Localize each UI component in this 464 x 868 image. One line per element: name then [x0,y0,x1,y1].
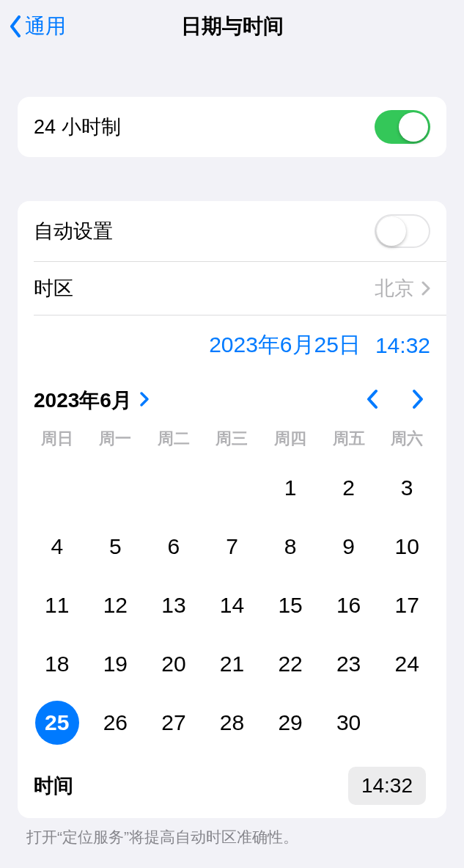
calendar: 2023年6月 周日周一周二周三周四周五周六 12345678910111213… [18,372,446,818]
timezone-label: 时区 [34,275,375,302]
toggle-knob [377,216,406,246]
calendar-day-number: 5 [109,534,122,559]
time-row-label: 时间 [34,773,348,799]
weekday-label: 周日 [28,428,86,450]
row-time: 时间 14:32 [28,756,436,818]
calendar-day-number: 29 [278,710,302,735]
calendar-day-number: 2 [342,475,355,500]
weekday-label: 周三 [203,428,262,450]
hour24-label: 24 小时制 [34,114,375,140]
calendar-month-label: 2023年6月 [34,387,132,415]
calendar-day[interactable]: 15 [261,585,320,626]
calendar-day[interactable]: 22 [261,643,320,685]
calendar-day[interactable]: 19 [86,643,145,685]
calendar-day-number: 7 [226,534,238,559]
calendar-day[interactable]: 29 [261,702,320,743]
row-auto-set: 自动设置 [18,201,446,261]
calendar-day[interactable]: 7 [203,526,262,567]
calendar-day-number: 25 [35,701,79,745]
weekday-label: 周二 [144,428,203,450]
calendar-day[interactable]: 4 [28,526,86,567]
hour24-toggle[interactable] [375,110,430,144]
auto-set-toggle[interactable] [375,214,430,248]
weekday-label: 周六 [378,428,436,450]
calendar-day-number: 27 [161,710,185,735]
calendar-day-number: 28 [220,710,244,735]
calendar-day[interactable]: 5 [86,526,145,567]
selected-time-display[interactable]: 14:32 [375,333,430,358]
calendar-day-number: 18 [45,652,69,676]
calendar-prev-month-button[interactable] [366,389,379,412]
calendar-day-number: 4 [51,534,63,559]
calendar-day-number: 11 [45,593,69,618]
calendar-day-number: 19 [103,652,128,676]
calendar-day[interactable]: 2 [320,467,378,508]
calendar-day[interactable]: 11 [28,585,86,626]
timezone-value: 北京 [375,275,414,302]
calendar-day[interactable]: 1 [261,467,320,508]
selected-date-display[interactable]: 2023年6月25日 [209,330,361,360]
calendar-day[interactable]: 12 [86,585,145,626]
time-picker-button[interactable]: 14:32 [348,767,426,805]
calendar-day[interactable]: 17 [378,585,436,626]
row-date-time-picker: 2023年6月25日 14:32 [18,316,446,372]
calendar-grid: 1234567891011121314151617181920212223242… [28,454,436,756]
calendar-day-number: 10 [395,534,419,559]
calendar-day[interactable]: 28 [203,702,262,743]
calendar-day-number: 15 [278,593,302,618]
calendar-day-number: 6 [168,534,180,559]
weekday-label: 周一 [86,428,145,450]
calendar-day[interactable]: 6 [144,526,203,567]
calendar-day-number: 3 [401,475,413,500]
weekday-label: 周五 [320,428,378,450]
calendar-next-month-button[interactable] [411,389,424,412]
row-24-hour: 24 小时制 [18,97,446,157]
calendar-day[interactable]: 13 [144,585,203,626]
footer-note: 打开“定位服务”将提高自动时区准确性。 [26,827,438,847]
calendar-day[interactable]: 27 [144,702,203,743]
calendar-day[interactable]: 25 [28,702,86,743]
calendar-day-number: 23 [336,652,361,676]
calendar-month-button[interactable]: 2023年6月 [34,387,150,415]
auto-set-label: 自动设置 [34,218,375,244]
calendar-day-number: 26 [103,710,128,735]
calendar-day[interactable]: 20 [144,643,203,685]
back-label: 通用 [25,12,66,40]
calendar-day-number: 9 [342,534,355,559]
calendar-day[interactable]: 8 [261,526,320,567]
weekday-label: 周四 [261,428,320,450]
calendar-day[interactable]: 21 [203,643,262,685]
calendar-day[interactable]: 16 [320,585,378,626]
page-title: 日期与时间 [0,12,464,40]
calendar-weekday-header: 周日周一周二周三周四周五周六 [28,425,436,454]
group-datetime: 自动设置 时区 北京 2023年6月25日 14:32 2023年6月 [18,201,446,818]
calendar-day[interactable]: 9 [320,526,378,567]
chevron-right-icon [139,389,150,412]
calendar-day-number: 17 [395,593,419,618]
calendar-day-number: 21 [220,652,244,676]
chevron-right-icon [411,389,424,409]
calendar-day[interactable]: 26 [86,702,145,743]
back-button[interactable]: 通用 [9,12,66,40]
calendar-day[interactable]: 24 [378,643,436,685]
calendar-day-number: 30 [336,710,361,735]
row-timezone[interactable]: 时区 北京 [18,262,446,315]
calendar-day-number: 12 [103,593,128,618]
calendar-day-number: 8 [284,534,297,559]
calendar-day-number: 20 [161,652,185,676]
toggle-knob [399,112,428,142]
calendar-day-number: 22 [278,652,302,676]
calendar-day[interactable]: 3 [378,467,436,508]
calendar-day[interactable]: 14 [203,585,262,626]
calendar-day-number: 24 [395,652,419,676]
calendar-day-number: 13 [161,593,185,618]
chevron-left-icon [366,389,379,409]
calendar-day[interactable]: 10 [378,526,436,567]
calendar-day[interactable]: 30 [320,702,378,743]
chevron-right-icon [421,281,430,296]
calendar-day[interactable]: 18 [28,643,86,685]
calendar-day-number: 16 [336,593,361,618]
calendar-day-number: 1 [284,475,297,500]
calendar-day[interactable]: 23 [320,643,378,685]
group-clock-format: 24 小时制 [18,97,446,157]
